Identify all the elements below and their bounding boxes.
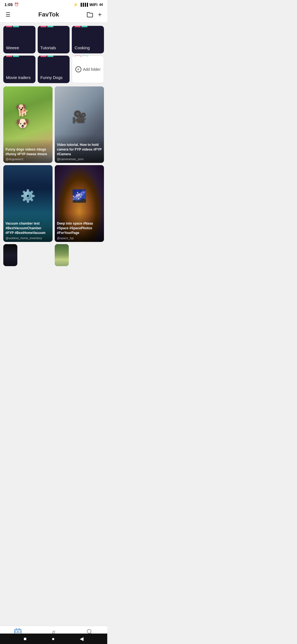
video-author-1: @dogowner1 <box>6 157 50 161</box>
folder-tutorials[interactable]: Tutorials <box>38 26 70 53</box>
bluetooth-icon: ⚡ <box>73 2 78 7</box>
folder-weeee[interactable]: Weeee <box>3 26 35 53</box>
video-overlay-4: Deep into space #Nasa #Space #SpacePhoto… <box>55 213 104 242</box>
status-icons: ⚡ ▐▐▐▐ WiFi 44 <box>73 2 103 7</box>
folder-funny-dogs[interactable]: Funny Dogs <box>38 56 70 83</box>
folder-name: Cooking <box>75 45 90 50</box>
video-author-3: @useless_home_inventory <box>6 236 50 240</box>
menu-button[interactable]: ☰ <box>6 11 10 18</box>
video-card-6[interactable] <box>55 244 69 266</box>
video-overlay-1: Funny dogs videos #dogs #funny #FYP #wee… <box>3 139 53 163</box>
status-time: 1:05 <box>4 2 13 7</box>
folder-button[interactable] <box>87 12 93 17</box>
add-folder-label: + Add folder <box>75 66 101 72</box>
folder-name: Movie trailers <box>6 75 31 80</box>
status-bar: 1:05 ⏰ ⚡ ▐▐▐▐ WiFi 44 <box>0 0 107 8</box>
add-folder-text: Add folder <box>83 67 101 72</box>
video-card-4[interactable]: Deep into space #Nasa #Space #SpacePhoto… <box>55 165 104 242</box>
folder-grid: Weeee Tutorials Cooking <box>3 26 104 83</box>
video-card-5[interactable] <box>3 244 17 266</box>
folder-cooking[interactable]: Cooking <box>72 26 104 53</box>
folder-name: Funny Dogs <box>40 75 63 80</box>
signal-icon: ▐▐▐▐ <box>79 3 88 7</box>
video-card-2[interactable]: Video tutorial. How to hold camera for F… <box>55 86 104 163</box>
video-card-1[interactable]: Funny dogs videos #dogs #funny #FYP #wee… <box>3 86 53 163</box>
video-title-3: Vacuum chamber test #BestVacuumChamber #… <box>6 221 50 235</box>
video-card-3[interactable]: Vacuum chamber test #BestVacuumChamber #… <box>3 165 53 242</box>
header-actions: + <box>87 11 102 18</box>
folder-name: Tutorials <box>40 45 56 50</box>
video-author-2: @cameraman_zero <box>57 157 102 161</box>
video-grid: Funny dogs videos #dogs #funny #FYP #wee… <box>3 86 104 266</box>
main-content: Weeee Tutorials Cooking <box>0 23 107 288</box>
video-title-2: Video tutorial. How to hold camera for F… <box>57 143 102 156</box>
video-overlay-3: Vacuum chamber test #BestVacuumChamber #… <box>3 213 53 242</box>
add-circle-icon: + <box>75 66 81 72</box>
video-author-4: @space_fyp <box>57 236 102 240</box>
add-button[interactable]: + <box>98 11 102 18</box>
app-title: FavTok <box>38 11 59 18</box>
video-title-1: Funny dogs videos #dogs #funny #FYP #wee… <box>6 147 50 157</box>
video-overlay-2: Video tutorial. How to hold camera for F… <box>55 134 104 163</box>
wifi-icon: WiFi <box>89 2 97 7</box>
add-folder-card[interactable]: + Add folder <box>72 56 104 83</box>
folder-movie-trailers[interactable]: Movie trailers <box>3 56 35 83</box>
folder-name: Weeee <box>6 45 19 50</box>
battery-level: 44 <box>99 3 103 7</box>
alarm-icon: ⏰ <box>14 2 19 7</box>
video-title-4: Deep into space #Nasa #Space #SpacePhoto… <box>57 221 102 235</box>
app-header: ☰ FavTok + <box>0 8 107 23</box>
